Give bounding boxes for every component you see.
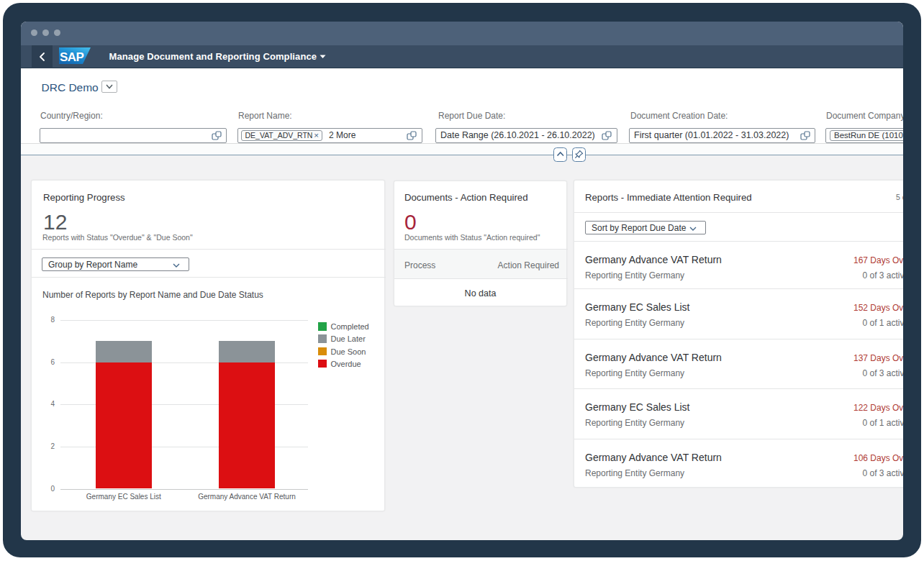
svg-text:SAP: SAP [60, 50, 84, 64]
